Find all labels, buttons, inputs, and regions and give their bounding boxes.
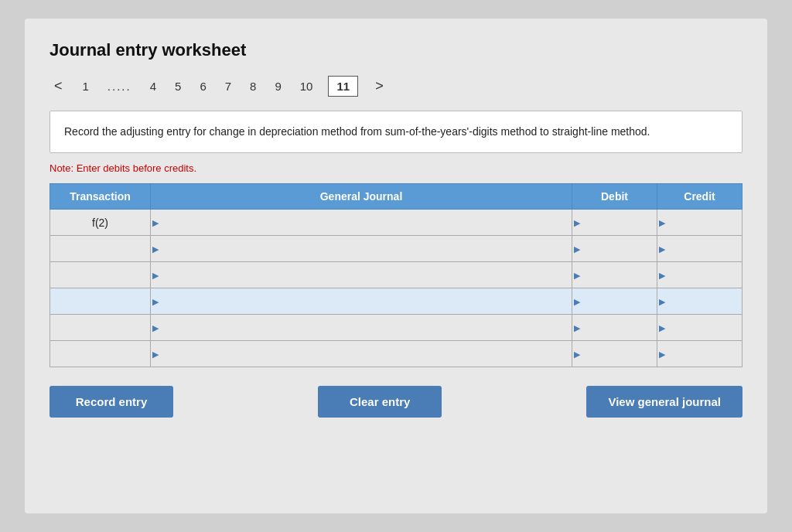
debit-input-3[interactable] [583, 262, 657, 288]
page-title: Journal entry worksheet [50, 40, 742, 60]
debit-input-5[interactable] [583, 315, 657, 340]
debit-cell-5[interactable]: ▶ [572, 315, 657, 341]
journal-input-2[interactable] [162, 236, 572, 261]
credit-cell-4[interactable]: ▶ [657, 288, 742, 315]
arrow-icon-credit-6: ▶ [659, 349, 665, 359]
credit-input-6[interactable] [668, 341, 742, 367]
journal-input-4[interactable] [162, 288, 572, 314]
arrow-icon-1: ▶ [152, 217, 159, 227]
col-header-credit: Credit [657, 184, 742, 210]
arrow-icon-debit-4: ▶ [574, 296, 580, 306]
table-row: ▶ ▶ ▶ [50, 341, 742, 367]
transaction-cell-5 [50, 315, 151, 341]
arrow-icon-debit-2: ▶ [574, 244, 580, 254]
credit-cell-3[interactable]: ▶ [657, 262, 742, 288]
table-row-highlighted: ▶ ▶ ▶ [50, 288, 742, 315]
debit-cell-1[interactable]: ▶ [572, 210, 657, 236]
col-header-debit: Debit [572, 184, 657, 210]
table-row: ▶ ▶ ▶ [50, 236, 742, 262]
page-8[interactable]: 8 [247, 78, 259, 94]
journal-cell-3[interactable]: ▶ [151, 262, 572, 288]
transaction-cell-4 [50, 288, 151, 315]
debit-input-2[interactable] [583, 236, 657, 261]
arrow-icon-credit-2: ▶ [659, 244, 665, 254]
transaction-cell-6 [50, 341, 151, 367]
arrow-icon-debit-1: ▶ [574, 217, 580, 227]
view-general-journal-button[interactable]: View general journal [586, 386, 742, 418]
pagination: < 1 ..... 4 5 6 7 8 9 10 11 > [50, 76, 742, 97]
credit-cell-1[interactable]: ▶ [657, 210, 742, 236]
clear-entry-button[interactable]: Clear entry [318, 386, 442, 418]
instruction-box: Record the adjusting entry for change in… [50, 111, 742, 153]
debit-input-6[interactable] [583, 341, 657, 367]
instruction-text: Record the adjusting entry for change in… [64, 125, 650, 138]
arrow-icon-4: ▶ [152, 296, 159, 306]
credit-cell-5[interactable]: ▶ [657, 315, 742, 341]
journal-cell-2[interactable]: ▶ [151, 236, 572, 262]
credit-input-2[interactable] [668, 236, 742, 261]
next-page-button[interactable]: > [370, 77, 388, 96]
col-header-general-journal: General Journal [151, 184, 572, 210]
page-dots: ..... [104, 78, 135, 94]
page-11-active[interactable]: 11 [328, 76, 358, 97]
journal-input-1[interactable] [162, 210, 572, 235]
arrow-icon-credit-5: ▶ [659, 322, 665, 332]
transaction-cell-1: f(2) [50, 210, 151, 236]
credit-cell-2[interactable]: ▶ [657, 236, 742, 262]
note-text: Note: Enter debits before credits. [50, 162, 742, 174]
arrow-icon-credit-1: ▶ [659, 217, 665, 227]
page-7[interactable]: 7 [222, 78, 234, 94]
arrow-icon-6: ▶ [152, 349, 159, 359]
journal-table: Transaction General Journal Debit Credit… [50, 183, 742, 367]
journal-input-5[interactable] [162, 315, 572, 340]
arrow-icon-debit-5: ▶ [574, 322, 580, 332]
credit-input-1[interactable] [668, 210, 742, 235]
buttons-row: Record entry Clear entry View general jo… [50, 386, 742, 418]
table-row: ▶ ▶ ▶ [50, 315, 742, 341]
page-9[interactable]: 9 [271, 78, 284, 94]
page-10[interactable]: 10 [297, 78, 316, 94]
debit-input-4[interactable] [583, 288, 657, 314]
prev-page-button[interactable]: < [50, 77, 67, 96]
journal-cell-6[interactable]: ▶ [151, 341, 572, 367]
debit-cell-2[interactable]: ▶ [572, 236, 657, 262]
page-5[interactable]: 5 [172, 78, 184, 94]
page-1[interactable]: 1 [80, 78, 92, 94]
credit-input-4[interactable] [668, 288, 742, 314]
journal-cell-5[interactable]: ▶ [151, 315, 572, 341]
credit-input-3[interactable] [668, 262, 742, 288]
arrow-icon-credit-3: ▶ [659, 270, 665, 280]
debit-input-1[interactable] [583, 210, 657, 235]
journal-input-6[interactable] [162, 341, 572, 367]
debit-cell-3[interactable]: ▶ [572, 262, 657, 288]
transaction-cell-3 [50, 262, 151, 288]
page-4[interactable]: 4 [147, 78, 159, 94]
arrow-icon-5: ▶ [152, 322, 159, 332]
arrow-icon-3: ▶ [152, 270, 159, 280]
main-container: Journal entry worksheet < 1 ..... 4 5 6 … [25, 19, 767, 513]
arrow-icon-debit-6: ▶ [574, 349, 580, 359]
journal-input-3[interactable] [162, 262, 572, 288]
table-row: f(2) ▶ ▶ ▶ [50, 210, 742, 236]
record-entry-button[interactable]: Record entry [50, 386, 173, 418]
col-header-transaction: Transaction [50, 184, 151, 210]
journal-cell-4[interactable]: ▶ [151, 288, 572, 315]
journal-cell-1[interactable]: ▶ [151, 210, 572, 236]
arrow-icon-debit-3: ▶ [574, 270, 580, 280]
table-row: ▶ ▶ ▶ [50, 262, 742, 288]
debit-cell-4[interactable]: ▶ [572, 288, 657, 315]
arrow-icon-2: ▶ [152, 244, 159, 254]
transaction-cell-2 [50, 236, 151, 262]
debit-cell-6[interactable]: ▶ [572, 341, 657, 367]
credit-input-5[interactable] [668, 315, 742, 340]
credit-cell-6[interactable]: ▶ [657, 341, 742, 367]
page-6[interactable]: 6 [196, 78, 209, 94]
arrow-icon-credit-4: ▶ [659, 296, 665, 306]
